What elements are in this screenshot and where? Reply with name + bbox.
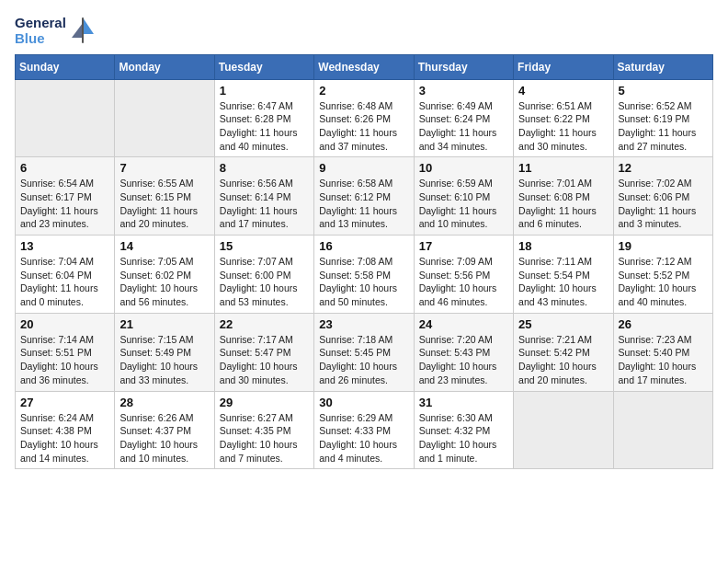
calendar-cell: 1Sunrise: 6:47 AMSunset: 6:28 PMDaylight… — [214, 79, 313, 157]
day-number: 21 — [119, 317, 209, 331]
calendar-week-2: 6Sunrise: 6:54 AMSunset: 6:17 PMDaylight… — [16, 157, 713, 236]
day-info: Sunrise: 6:24 AMSunset: 4:38 PMDaylight:… — [20, 411, 109, 465]
calendar-cell: 22Sunrise: 7:17 AMSunset: 5:47 PMDayligh… — [214, 313, 313, 391]
day-number: 28 — [119, 396, 209, 409]
calendar-cell: 16Sunrise: 7:08 AMSunset: 5:58 PMDayligh… — [314, 236, 414, 314]
day-info: Sunrise: 7:23 AMSunset: 5:40 PMDaylight:… — [619, 333, 708, 387]
day-number: 31 — [419, 396, 508, 409]
weekday-header-monday: Monday — [115, 54, 214, 79]
calendar-cell: 12Sunrise: 7:02 AMSunset: 6:06 PMDayligh… — [613, 157, 712, 236]
calendar-header: SundayMondayTuesdayWednesdayThursdayFrid… — [16, 54, 713, 79]
svg-rect-2 — [82, 17, 84, 43]
day-info: Sunrise: 6:49 AMSunset: 6:24 PMDaylight:… — [419, 99, 508, 154]
calendar-cell: 9Sunrise: 6:58 AMSunset: 6:12 PMDaylight… — [314, 157, 414, 236]
day-info: Sunrise: 6:54 AMSunset: 6:17 PMDaylight:… — [20, 177, 109, 231]
calendar-week-3: 13Sunrise: 7:04 AMSunset: 6:04 PMDayligh… — [16, 236, 713, 314]
day-number: 24 — [419, 317, 508, 331]
day-number: 11 — [518, 161, 608, 175]
logo-wordmark: GeneralBlue — [15, 15, 66, 47]
day-info: Sunrise: 6:56 AMSunset: 6:14 PMDaylight:… — [220, 177, 309, 231]
day-number: 4 — [518, 84, 608, 98]
calendar-table: SundayMondayTuesdayWednesdayThursdayFrid… — [15, 54, 713, 470]
day-info: Sunrise: 7:08 AMSunset: 5:58 PMDaylight:… — [319, 255, 408, 309]
day-number: 29 — [220, 396, 309, 409]
day-number: 20 — [20, 317, 109, 331]
calendar-cell: 4Sunrise: 6:51 AMSunset: 6:22 PMDaylight… — [514, 79, 613, 157]
calendar-cell: 14Sunrise: 7:05 AMSunset: 6:02 PMDayligh… — [115, 236, 214, 314]
calendar-week-5: 27Sunrise: 6:24 AMSunset: 4:38 PMDayligh… — [16, 391, 713, 469]
day-number: 5 — [619, 84, 708, 98]
day-info: Sunrise: 7:20 AMSunset: 5:43 PMDaylight:… — [419, 333, 508, 387]
day-info: Sunrise: 6:55 AMSunset: 6:15 PMDaylight:… — [119, 177, 209, 231]
calendar-cell: 6Sunrise: 6:54 AMSunset: 6:17 PMDaylight… — [16, 157, 115, 236]
weekday-header-wednesday: Wednesday — [314, 54, 414, 79]
calendar-cell: 3Sunrise: 6:49 AMSunset: 6:24 PMDaylight… — [414, 79, 513, 157]
calendar-cell: 25Sunrise: 7:21 AMSunset: 5:42 PMDayligh… — [514, 313, 613, 391]
calendar-cell: 2Sunrise: 6:48 AMSunset: 6:26 PMDaylight… — [314, 79, 414, 157]
calendar-cell: 13Sunrise: 7:04 AMSunset: 6:04 PMDayligh… — [16, 236, 115, 314]
weekday-header-sunday: Sunday — [16, 54, 115, 79]
day-info: Sunrise: 6:51 AMSunset: 6:22 PMDaylight:… — [518, 99, 608, 154]
day-number: 26 — [619, 317, 708, 331]
day-info: Sunrise: 7:21 AMSunset: 5:42 PMDaylight:… — [518, 333, 608, 387]
day-info: Sunrise: 6:27 AMSunset: 4:35 PMDaylight:… — [220, 411, 309, 465]
day-info: Sunrise: 6:26 AMSunset: 4:37 PMDaylight:… — [119, 411, 209, 465]
calendar-cell: 11Sunrise: 7:01 AMSunset: 6:08 PMDayligh… — [514, 157, 613, 236]
calendar-cell: 5Sunrise: 6:52 AMSunset: 6:19 PMDaylight… — [613, 79, 712, 157]
day-number: 7 — [119, 161, 209, 175]
day-info: Sunrise: 6:48 AMSunset: 6:26 PMDaylight:… — [319, 99, 408, 154]
day-info: Sunrise: 7:14 AMSunset: 5:51 PMDaylight:… — [20, 333, 109, 387]
calendar-cell: 28Sunrise: 6:26 AMSunset: 4:37 PMDayligh… — [115, 391, 214, 469]
day-number: 6 — [20, 161, 109, 175]
day-info: Sunrise: 7:07 AMSunset: 6:00 PMDaylight:… — [220, 255, 309, 309]
day-number: 17 — [419, 239, 508, 253]
weekday-header-tuesday: Tuesday — [214, 54, 313, 79]
svg-marker-1 — [72, 23, 83, 38]
day-info: Sunrise: 6:59 AMSunset: 6:10 PMDaylight:… — [419, 177, 508, 231]
day-number: 27 — [20, 396, 109, 409]
calendar-cell: 8Sunrise: 6:56 AMSunset: 6:14 PMDaylight… — [214, 157, 313, 236]
day-number: 10 — [419, 161, 508, 175]
calendar-body: 1Sunrise: 6:47 AMSunset: 6:28 PMDaylight… — [16, 79, 713, 469]
day-info: Sunrise: 7:04 AMSunset: 6:04 PMDaylight:… — [20, 255, 109, 309]
calendar-cell: 20Sunrise: 7:14 AMSunset: 5:51 PMDayligh… — [16, 313, 115, 391]
day-info: Sunrise: 7:12 AMSunset: 5:52 PMDaylight:… — [619, 255, 708, 309]
day-number: 9 — [319, 161, 408, 175]
day-number: 15 — [220, 239, 309, 253]
calendar-cell — [16, 79, 115, 157]
day-info: Sunrise: 7:02 AMSunset: 6:06 PMDaylight:… — [619, 177, 708, 231]
day-info: Sunrise: 6:58 AMSunset: 6:12 PMDaylight:… — [319, 177, 408, 231]
weekday-header-friday: Friday — [514, 54, 613, 79]
day-number: 22 — [220, 317, 309, 331]
calendar-cell: 7Sunrise: 6:55 AMSunset: 6:15 PMDaylight… — [115, 157, 214, 236]
day-number: 18 — [518, 239, 608, 253]
calendar-cell: 18Sunrise: 7:11 AMSunset: 5:54 PMDayligh… — [514, 236, 613, 314]
day-info: Sunrise: 6:29 AMSunset: 4:33 PMDaylight:… — [319, 411, 408, 465]
calendar-cell — [514, 391, 613, 469]
day-number: 8 — [220, 161, 309, 175]
calendar-cell: 19Sunrise: 7:12 AMSunset: 5:52 PMDayligh… — [613, 236, 712, 314]
calendar-cell: 21Sunrise: 7:15 AMSunset: 5:49 PMDayligh… — [115, 313, 214, 391]
logo-sail-icon — [70, 16, 96, 45]
day-number: 19 — [619, 239, 708, 253]
calendar-cell: 31Sunrise: 6:30 AMSunset: 4:32 PMDayligh… — [414, 391, 513, 469]
calendar-cell — [613, 391, 712, 469]
calendar-week-4: 20Sunrise: 7:14 AMSunset: 5:51 PMDayligh… — [16, 313, 713, 391]
day-number: 2 — [319, 84, 408, 98]
day-info: Sunrise: 6:47 AMSunset: 6:28 PMDaylight:… — [220, 99, 309, 154]
calendar-cell — [115, 79, 214, 157]
day-info: Sunrise: 6:52 AMSunset: 6:19 PMDaylight:… — [619, 99, 708, 154]
calendar-cell: 15Sunrise: 7:07 AMSunset: 6:00 PMDayligh… — [214, 236, 313, 314]
day-number: 16 — [319, 239, 408, 253]
weekday-header-thursday: Thursday — [414, 54, 513, 79]
day-info: Sunrise: 7:11 AMSunset: 5:54 PMDaylight:… — [518, 255, 608, 309]
page-header: GeneralBlue — [15, 15, 713, 47]
weekday-header-saturday: Saturday — [613, 54, 712, 79]
calendar-cell: 10Sunrise: 6:59 AMSunset: 6:10 PMDayligh… — [414, 157, 513, 236]
day-info: Sunrise: 7:15 AMSunset: 5:49 PMDaylight:… — [119, 333, 209, 387]
calendar-cell: 24Sunrise: 7:20 AMSunset: 5:43 PMDayligh… — [414, 313, 513, 391]
day-number: 3 — [419, 84, 508, 98]
day-number: 1 — [220, 84, 309, 98]
calendar-cell: 17Sunrise: 7:09 AMSunset: 5:56 PMDayligh… — [414, 236, 513, 314]
day-number: 23 — [319, 317, 408, 331]
